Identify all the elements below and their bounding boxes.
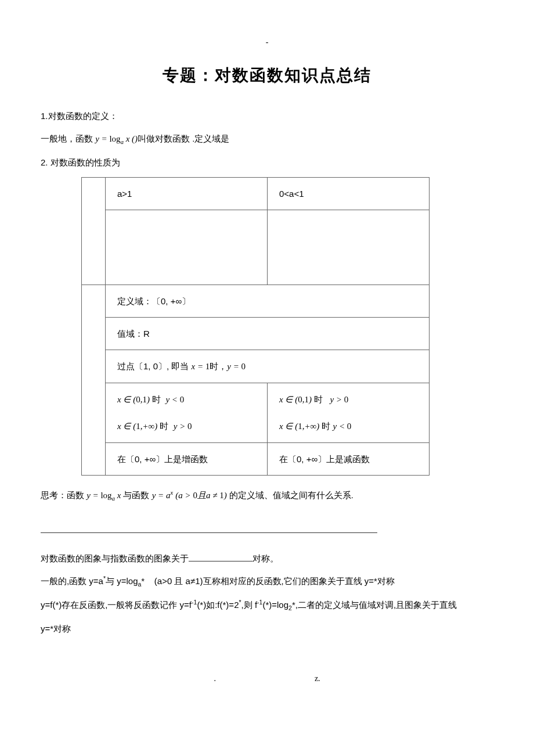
page-title: 专题：对数函数知识点总结 — [41, 61, 493, 90]
symmetry-suffix: 对称。 — [252, 553, 279, 563]
cell-domain: 定义域：〔0, +∞〕 — [106, 285, 430, 318]
cell-a-lt-1: 0<a<1 — [268, 178, 430, 210]
section-1-heading: 1.对数函数的定义： — [41, 108, 493, 124]
cell-a-gt-1: a>1 — [106, 178, 268, 210]
section-2-heading: 2. 对数函数的性质为 — [41, 154, 493, 170]
inverse-text-1: 一般的,函数 y=a*与 y=loga* (a>0 且 a≠1)互称相对应的反函… — [41, 573, 493, 590]
cell-decreasing: 在〔0, +∞〕上是减函数 — [268, 443, 430, 476]
answer-blank-line — [41, 522, 377, 533]
cell-sign-left: x ∈ (0,1) 时 y < 0 x ∈ (1,+∞) 时 y > 0 — [106, 383, 268, 443]
inverse-text-3: y=*对称 — [41, 621, 493, 636]
table-row-point: 过点〔1, 0〕, 即当 x = 1时，y = 0 — [82, 350, 430, 383]
thinking-text: 思考：函数 y = loga x 与函数 y = ax (a > 0且a ≠ 1… — [41, 487, 493, 505]
stub-cell — [82, 178, 106, 285]
properties-table: a>1 0<a<1 定义域：〔0, +∞〕 值域：R 过点〔1, 0〕, 即当 … — [81, 177, 430, 476]
table-row-domain: 定义域：〔0, +∞〕 — [82, 285, 430, 318]
footer: . z. — [41, 671, 493, 686]
stub-cell-2 — [82, 285, 106, 476]
cell-point: 过点〔1, 0〕, 即当 x = 1时，y = 0 — [106, 350, 430, 383]
definition-text: 一般地，函数 y = loga x ()叫做对数函数 .定义域是 — [41, 131, 493, 148]
inverse-text-2: y=f(*)存在反函数,一般将反函数记作 y=f-1(*)如:f(*)=2*,则… — [41, 597, 493, 614]
symmetry-blank — [189, 552, 252, 561]
table-row-mono: 在〔0, +∞〕上是增函数 在〔0, +∞〕上是减函数 — [82, 443, 430, 476]
table-row-range: 值域：R — [82, 318, 430, 350]
symmetry-text: 对数函数的图象与指数函数的图象关于对称。 — [41, 550, 493, 566]
definition-suffix: 叫做对数函数 .定义域是 — [138, 134, 229, 143]
footer-dot: . — [214, 671, 216, 686]
footer-z: z. — [315, 671, 320, 686]
symmetry-prefix: 对数函数的图象与指数函数的图象关于 — [41, 553, 189, 563]
graph-left — [106, 210, 268, 285]
log-equation: y = loga x () — [95, 134, 138, 143]
cell-sign-right: x ∈ (0,1) 时 y > 0 x ∈ (1,+∞) 时 y < 0 — [268, 383, 430, 443]
cell-range: 值域：R — [106, 318, 430, 350]
cell-increasing: 在〔0, +∞〕上是增函数 — [106, 443, 268, 476]
table-row-sign: x ∈ (0,1) 时 y < 0 x ∈ (1,+∞) 时 y > 0 x ∈… — [82, 383, 430, 443]
definition-prefix: 一般地，函数 — [41, 134, 95, 143]
table-row-header: a>1 0<a<1 — [82, 178, 430, 210]
header-dash: - — [41, 35, 493, 49]
graph-right — [268, 210, 430, 285]
table-row-graph — [82, 210, 430, 285]
